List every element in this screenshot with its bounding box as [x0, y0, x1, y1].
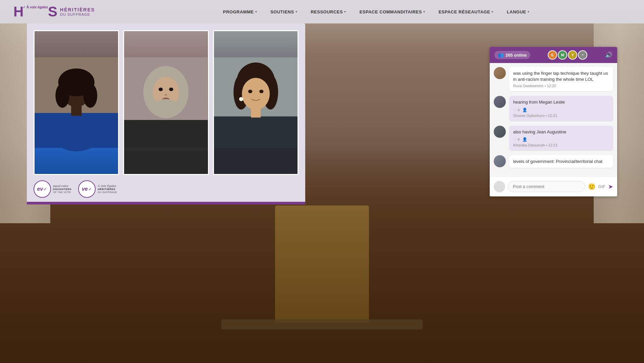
chat-input[interactable] [508, 181, 585, 192]
nav-langue[interactable]: LANGUE ▾ [507, 9, 529, 14]
svg-point-14 [159, 87, 163, 91]
send-button[interactable]: ➤ [608, 183, 613, 190]
svg-rect-7 [71, 105, 82, 116]
soutiens-arrow: ▾ [296, 10, 298, 13]
ve-label-1: À Voix Égales [98, 184, 117, 188]
header: H ✓ À voix égales S HÉRITIÈRES DU SUFFRA… [0, 0, 644, 23]
avatar-m: M [558, 50, 567, 60]
logo-s: S [48, 5, 57, 19]
user-avatar [494, 181, 505, 192]
chat-message-1: was using the finger tap technique they … [494, 67, 613, 91]
video-grid [34, 30, 299, 175]
main-nav: PROGRAMME ▾ SOUTIENS ▾ RESSOURCES ▾ ESPA… [122, 9, 631, 14]
ve-check: ✓ [88, 186, 92, 192]
avatar-more: + [578, 50, 587, 60]
like-reaction-2[interactable]: ♡ 4 [513, 108, 520, 112]
ve-label-2: HÉRITIÈRES [98, 188, 117, 191]
gif-button[interactable]: GIF [598, 184, 605, 189]
nav-ressources[interactable]: RESSOURCES ▾ [311, 9, 346, 14]
programme-arrow: ▾ [255, 10, 257, 13]
participant-2-avatar [124, 31, 208, 174]
ve-text: ve [82, 186, 88, 192]
chat-meta-3: Khisnika Dassoruth • 12:21 [513, 143, 609, 147]
person-icon-3: 👤 [522, 137, 527, 142]
equal-voice-logo: ev ✓ equal voice DAUGHTERS OF THE VOTE [34, 180, 71, 198]
participant-3-avatar [214, 31, 298, 174]
like-count-2: 4 [518, 108, 520, 112]
chat-avatar-4 [494, 155, 506, 167]
ev-label-2: DAUGHTERS [53, 188, 71, 191]
chat-message-2: hearing from Megan Leslie ♡ 4 👤 Onome Oy… [494, 96, 613, 121]
avatar-y: Y [568, 50, 577, 60]
chat-bubble-1: was using the finger tap technique they … [509, 67, 613, 91]
logo: H ✓ À voix égales S HÉRITIÈRES DU SUFFRA… [13, 5, 95, 19]
like-count-3: 4 [518, 137, 520, 141]
chat-message-3: also having Jean Augustine ♡ 4 👤 Khisnik… [494, 126, 613, 150]
chat-bubble-4: levels of government: Provincial/territo… [509, 155, 613, 168]
svg-point-16 [165, 94, 167, 96]
sound-button[interactable]: 🔊 [605, 51, 612, 59]
svg-point-8 [52, 117, 101, 152]
person-icon-2: 👤 [522, 108, 527, 112]
chat-panel: 👥 265 online E M Y + 🔊 was using the fin… [490, 47, 617, 196]
svg-rect-29 [251, 109, 261, 118]
logo-suffrage: DU SUFFRAGE [60, 12, 95, 16]
logo-heritiere: HÉRITIÈRES [60, 7, 95, 13]
participant-3-video [214, 31, 298, 174]
like-reaction-3[interactable]: ♡ 4 [513, 137, 520, 141]
chat-reactions-3: ♡ 4 👤 [513, 137, 609, 142]
ev-label-1: equal voice [53, 184, 71, 188]
ev-label-3: OF THE VOTE [53, 191, 71, 194]
avatar-e: E [548, 50, 557, 60]
center-table [275, 205, 369, 323]
video-frame-3 [213, 30, 299, 175]
ev-circle: ev ✓ [34, 180, 51, 198]
emoji-button[interactable]: 🙂 [588, 183, 595, 190]
langue-arrow: ▾ [528, 10, 530, 13]
logo-h: H [13, 5, 23, 19]
logo-voix-tag: ✓ À voix égales [23, 5, 48, 9]
nav-soutiens[interactable]: SOUTIENS ▾ [270, 9, 297, 14]
online-badge: 👥 265 online [494, 51, 530, 59]
svg-point-28 [239, 97, 243, 101]
chat-input-area: 🙂 GIF ➤ [490, 177, 617, 196]
purple-bar [27, 202, 305, 204]
video-panel: ev ✓ equal voice DAUGHTERS OF THE VOTE v… [27, 23, 305, 204]
chat-text-2: hearing from Megan Leslie [513, 99, 609, 105]
nav-programme[interactable]: PROGRAMME ▾ [223, 9, 257, 14]
svg-point-26 [248, 90, 252, 93]
chat-message-4: levels of government: Provincial/territo… [494, 155, 613, 168]
participant-1-avatar [35, 31, 118, 174]
heart-icon-2: ♡ [513, 108, 517, 112]
nav-reseautage[interactable]: ESPACE RÉSEAUTAGE ▾ [438, 9, 493, 14]
green-carpet-strip [221, 319, 423, 329]
chat-avatar-onome [494, 96, 506, 108]
svg-point-5 [55, 83, 69, 108]
participant-1-video [35, 31, 118, 174]
video-frame-1 [34, 30, 119, 175]
ve-circle: ve ✓ [78, 180, 96, 198]
svg-point-27 [259, 90, 263, 93]
chat-messages: was using the finger tap technique they … [490, 63, 617, 177]
chat-avatar-khisnika [494, 126, 506, 138]
logo-checkmark-area: ✓ À voix égales [23, 5, 48, 9]
chat-avatar-ruva [494, 67, 506, 79]
chat-avatar-row: E M Y + [548, 50, 587, 60]
logo-area: H ✓ À voix égales S HÉRITIÈRES DU SUFFRA… [13, 5, 95, 19]
online-icon: 👥 [498, 52, 503, 58]
svg-point-25 [242, 78, 270, 110]
svg-rect-11 [124, 120, 208, 148]
chat-text-3: also having Jean Augustine [513, 129, 609, 135]
logo-text-block: HÉRITIÈRES DU SUFFRAGE [60, 7, 95, 17]
ressources-arrow: ▾ [344, 10, 346, 13]
chat-bubble-2: hearing from Megan Leslie ♡ 4 👤 Onome Oy… [509, 96, 613, 121]
nav-commanditaires[interactable]: ESPACE COMMANDITAIRES ▾ [360, 9, 425, 14]
logo-letters: H ✓ À voix égales S [13, 5, 57, 19]
video-bottom: ev ✓ equal voice DAUGHTERS OF THE VOTE v… [34, 175, 299, 198]
svg-point-18 [156, 99, 176, 110]
ev-text: ev [37, 186, 43, 192]
ve-label-3: DU SUFFRAGE [98, 191, 117, 194]
heritiere-logo: ve ✓ À Voix Égales HÉRITIÈRES DU SUFFRAG… [78, 180, 117, 198]
chat-text-1: was using the finger tap technique they … [513, 70, 609, 82]
ve-label: À Voix Égales HÉRITIÈRES DU SUFFRAGE [98, 184, 117, 194]
